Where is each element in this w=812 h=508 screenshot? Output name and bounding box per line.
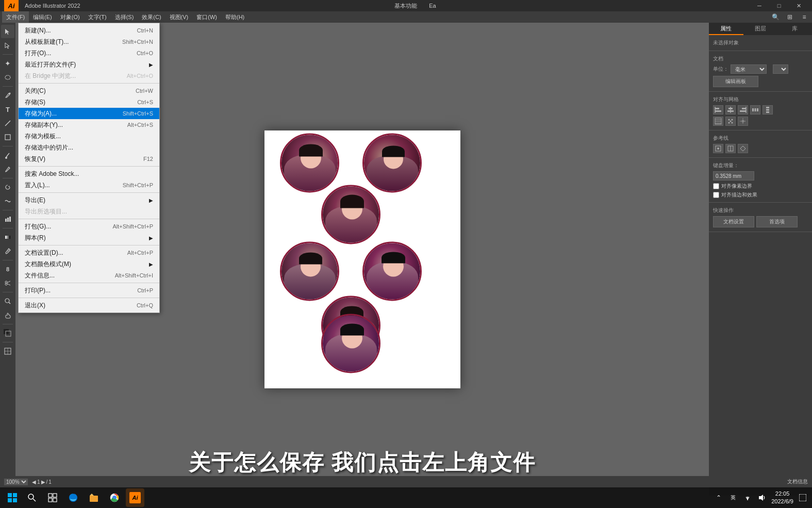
menu-export[interactable]: 导出(E) ▶ xyxy=(19,194,159,206)
svg-rect-52 xyxy=(8,493,12,497)
ai-taskbar-btn[interactable]: Ai xyxy=(126,488,144,507)
menu-open[interactable]: 打开(O)... Ctrl+O xyxy=(19,47,159,59)
windows-taskbar: Ai ⌃ 英 22:05 2022/6/9 xyxy=(0,487,812,508)
chrome-btn[interactable] xyxy=(105,488,124,507)
clock-date: 2022/6/9 xyxy=(771,498,793,505)
arrange-icon[interactable]: ⊞ xyxy=(784,11,796,23)
tray-network[interactable] xyxy=(742,493,753,503)
svg-point-65 xyxy=(747,499,748,500)
menu-item-view[interactable]: 视图(V) xyxy=(165,11,193,23)
menu-item-select[interactable]: 选择(S) xyxy=(111,11,138,23)
menu-search-stock[interactable]: 搜索 Adobe Stock... xyxy=(19,168,159,179)
sep-4 xyxy=(19,219,159,219)
svg-rect-67 xyxy=(799,494,806,501)
menu-package[interactable]: 打包(G)... Alt+Shift+Ctrl+P xyxy=(19,221,159,232)
menu-save-as[interactable]: 存储为(A)... Shift+Ctrl+S xyxy=(19,108,159,119)
menu-save-slices[interactable]: 存储选中的切片... xyxy=(19,142,159,153)
menu-save-copy[interactable]: 存储副本(Y)... Alt+Ctrl+S xyxy=(19,119,159,130)
svg-marker-66 xyxy=(759,495,763,501)
svg-rect-61 xyxy=(53,498,57,502)
taskbar-clock[interactable]: 22:05 2022/6/9 xyxy=(771,490,793,506)
search-icon[interactable]: 🔍 xyxy=(770,11,781,23)
menu-bar-right: 🔍 ⊞ ≡ xyxy=(770,11,810,23)
menu-save-template[interactable]: 存储为模板... xyxy=(19,130,159,142)
menu-item-object[interactable]: 对象(O) xyxy=(56,11,84,23)
tray-expand[interactable]: ⌃ xyxy=(714,493,724,503)
dropdown-overlay: 新建(N)... Ctrl+N 从模板新建(T)... Shift+Ctrl+N… xyxy=(0,23,812,508)
svg-point-56 xyxy=(28,494,34,499)
clock-time: 22:05 xyxy=(771,490,793,498)
menu-file-info[interactable]: 文件信息... Alt+Shift+Ctrl+I xyxy=(19,270,159,281)
more-icon[interactable]: ≡ xyxy=(799,11,810,23)
sep-6 xyxy=(19,283,159,283)
start-button[interactable] xyxy=(4,489,21,506)
file-explorer-btn[interactable] xyxy=(85,488,103,507)
basic-feature-label: 基本功能 xyxy=(394,2,417,10)
edge-browser-btn[interactable] xyxy=(64,488,82,507)
sep-5 xyxy=(19,245,159,245)
menu-browse[interactable]: 在 Bridge 中浏览... Alt+Ctrl+O xyxy=(19,70,159,81)
tray-volume[interactable] xyxy=(757,493,767,503)
svg-rect-55 xyxy=(13,498,17,502)
sep-7 xyxy=(19,298,159,298)
svg-rect-60 xyxy=(48,498,52,502)
menu-doc-settings[interactable]: 文档设置(D)... Alt+Ctrl+P xyxy=(19,247,159,258)
menu-recent[interactable]: 最近打开的文件(F) ▶ xyxy=(19,59,159,70)
sep-3 xyxy=(19,192,159,193)
sep-1 xyxy=(19,83,159,84)
menu-quit[interactable]: 退出(X) Ctrl+Q xyxy=(19,300,159,311)
app-logo: Ai xyxy=(4,0,19,11)
menu-doc-color[interactable]: 文档颜色模式(M) ▶ xyxy=(19,258,159,270)
svg-rect-59 xyxy=(53,494,57,497)
ea-label: Ea xyxy=(429,3,436,9)
svg-rect-62 xyxy=(90,496,98,502)
minimize-button[interactable]: ─ xyxy=(750,0,769,11)
menu-place[interactable]: 置入(L)... Shift+Ctrl+P xyxy=(19,179,159,191)
close-button[interactable]: ✕ xyxy=(789,0,808,11)
notification-icon[interactable] xyxy=(798,493,808,503)
svg-line-57 xyxy=(33,499,36,501)
menu-item-window[interactable]: 窗口(W) xyxy=(192,11,221,23)
menu-item-text[interactable]: 文字(T) xyxy=(84,11,111,23)
title-bar-controls: ─ □ ✕ xyxy=(750,0,808,11)
menu-save[interactable]: 存储(S) Ctrl+S xyxy=(19,96,159,108)
title-bar-left: Ai Adobe Illustrator 2022 xyxy=(4,0,80,11)
taskview-btn[interactable] xyxy=(43,488,62,507)
menu-new[interactable]: 新建(N)... Ctrl+N xyxy=(19,25,159,36)
menu-revert[interactable]: 恢复(V) F12 xyxy=(19,153,159,165)
menu-item-effect[interactable]: 效果(C) xyxy=(138,11,165,23)
menu-item-file[interactable]: 文件(F) xyxy=(2,11,29,23)
title-text: Adobe Illustrator 2022 xyxy=(25,3,80,9)
file-menu-dropdown: 新建(N)... Ctrl+N 从模板新建(T)... Shift+Ctrl+N… xyxy=(18,23,160,313)
menu-print[interactable]: 打印(P)... Ctrl+P xyxy=(19,285,159,296)
menu-scripts[interactable]: 脚本(R) ▶ xyxy=(19,232,159,243)
tray-keyboard[interactable]: 英 xyxy=(728,493,738,503)
title-bar: Ai Adobe Illustrator 2022 基本功能 Ea ─ □ ✕ xyxy=(0,0,812,11)
menu-export-selected: 导出所选项目... xyxy=(19,206,159,217)
menu-new-template[interactable]: 从模板新建(T)... Shift+Ctrl+N xyxy=(19,36,159,47)
svg-rect-53 xyxy=(13,493,17,497)
maximize-button[interactable]: □ xyxy=(770,0,788,11)
menu-item-help[interactable]: 帮助(H) xyxy=(221,11,248,23)
menu-bar: 文件(F) 编辑(E) 对象(O) 文字(T) 选择(S) 效果(C) 视图(V… xyxy=(0,11,812,23)
svg-rect-54 xyxy=(8,498,12,502)
menu-item-edit[interactable]: 编辑(E) xyxy=(29,11,56,23)
sep-2 xyxy=(19,166,159,167)
system-tray: ⌃ 英 22:05 2022/6/9 xyxy=(714,490,808,506)
svg-rect-58 xyxy=(48,494,52,497)
menu-close[interactable]: 关闭(C) Ctrl+W xyxy=(19,85,159,96)
search-taskbar-btn[interactable] xyxy=(23,488,41,507)
